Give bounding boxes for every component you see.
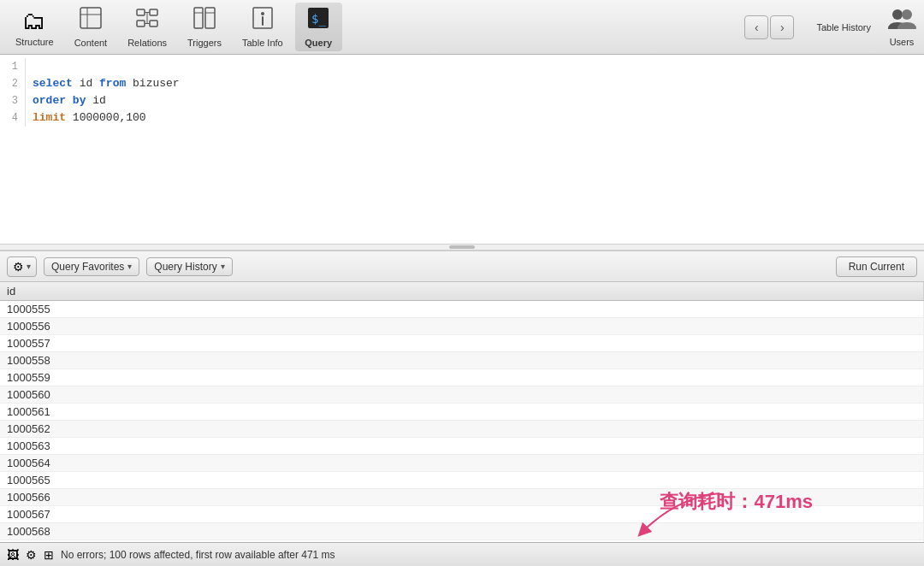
status-gear-icon[interactable]: ⚙ bbox=[26, 548, 37, 562]
toolbar: 🗂 Structure Content Relations bbox=[0, 0, 924, 55]
svg-rect-6 bbox=[150, 21, 157, 27]
sql-editor[interactable]: 1 2 select id from bizuser 3 order by bbox=[0, 55, 924, 251]
editor-content[interactable]: 1 2 select id from bizuser 3 order by bbox=[0, 55, 924, 244]
editor-line-4: 4 limit 1000000,100 bbox=[0, 109, 924, 127]
line-code-3: order by id bbox=[33, 92, 106, 109]
query-history-button[interactable]: Query History ▾ bbox=[146, 257, 232, 276]
users-button[interactable]: Users bbox=[886, 7, 917, 47]
cell-id: 1000561 bbox=[0, 404, 924, 421]
table-row[interactable]: 1000560 bbox=[0, 386, 924, 404]
relations-icon bbox=[135, 6, 159, 36]
editor-line-1: 1 bbox=[0, 58, 924, 75]
svg-rect-12 bbox=[205, 8, 215, 28]
history-arrow: ▾ bbox=[221, 262, 225, 271]
results-area: id 1000555100055610005571000558100055910… bbox=[0, 282, 924, 566]
editor-line-3: 3 order by id bbox=[0, 92, 924, 109]
cell-id: 1000559 bbox=[0, 369, 924, 386]
query-label: Query bbox=[305, 38, 332, 48]
toolbar-item-content[interactable]: Content bbox=[66, 3, 116, 51]
gear-arrow: ▾ bbox=[27, 262, 31, 271]
table-row[interactable]: 1000561 bbox=[0, 404, 924, 421]
nav-forward-button[interactable]: › bbox=[770, 15, 794, 39]
results-scroll[interactable]: id 1000555100055610005571000558100055910… bbox=[0, 282, 924, 566]
run-current-button[interactable]: Run Current bbox=[836, 256, 917, 277]
table-row[interactable]: 1000563 bbox=[0, 438, 924, 455]
svg-text:$_: $_ bbox=[311, 12, 326, 27]
line-number-2: 2 bbox=[0, 75, 26, 92]
table-history-button[interactable]: Table History bbox=[808, 19, 880, 36]
toolbar-item-triggers[interactable]: Triggers bbox=[179, 3, 230, 51]
status-table-icon[interactable]: ⊞ bbox=[44, 548, 54, 562]
results-table: id 1000555100055610005571000558100055910… bbox=[0, 282, 924, 557]
cell-id: 1000568 bbox=[0, 523, 924, 540]
toolbar-nav: ‹ › bbox=[744, 15, 794, 39]
cell-id: 1000563 bbox=[0, 438, 924, 455]
tableinfo-icon bbox=[251, 6, 275, 36]
nav-back-button[interactable]: ‹ bbox=[744, 15, 768, 39]
query-icon: $_ bbox=[306, 6, 330, 36]
cell-id: 1000566 bbox=[0, 489, 924, 506]
line-code-4: limit 1000000,100 bbox=[33, 109, 146, 127]
status-text: No errors; 100 rows affected, first row … bbox=[61, 549, 335, 561]
line-number-1: 1 bbox=[0, 58, 26, 75]
column-id-header[interactable]: id bbox=[0, 282, 924, 301]
svg-point-15 bbox=[261, 12, 264, 15]
run-current-label: Run Current bbox=[849, 261, 904, 273]
toolbar-item-structure[interactable]: 🗂 Structure bbox=[7, 3, 62, 50]
cell-id: 1000558 bbox=[0, 352, 924, 369]
table-row[interactable]: 1000555 bbox=[0, 301, 924, 318]
line-number-4: 4 bbox=[0, 109, 26, 127]
query-history-label: Query History bbox=[154, 261, 216, 273]
toolbar-item-relations[interactable]: Relations bbox=[119, 3, 175, 51]
cell-id: 1000567 bbox=[0, 506, 924, 523]
users-label: Users bbox=[890, 37, 915, 47]
table-row[interactable]: 1000566 bbox=[0, 489, 924, 506]
line-number-3: 3 bbox=[0, 92, 26, 109]
editor-line-2: 2 select id from bizuser bbox=[0, 75, 924, 92]
svg-rect-5 bbox=[137, 21, 145, 27]
toolbar-left: 🗂 Structure Content Relations bbox=[7, 3, 744, 51]
svg-point-19 bbox=[892, 9, 903, 20]
cell-id: 1000557 bbox=[0, 335, 924, 352]
svg-point-20 bbox=[902, 9, 912, 20]
cell-id: 1000564 bbox=[0, 455, 924, 472]
table-row[interactable]: 1000567 bbox=[0, 506, 924, 523]
cell-id: 1000560 bbox=[0, 386, 924, 404]
table-row[interactable]: 1000562 bbox=[0, 421, 924, 438]
line-code-2: select id from bizuser bbox=[33, 75, 180, 92]
content-icon bbox=[79, 6, 103, 36]
triggers-icon bbox=[192, 6, 216, 36]
svg-rect-0 bbox=[80, 8, 101, 28]
status-bar: 🖼 ⚙ ⊞ No errors; 100 rows affected, firs… bbox=[0, 542, 924, 566]
tableinfo-label: Table Info bbox=[242, 38, 283, 48]
toolbar-item-tableinfo[interactable]: Table Info bbox=[234, 3, 292, 51]
toolbar-item-query[interactable]: $_ Query bbox=[295, 3, 342, 51]
splitter-dot bbox=[449, 245, 475, 249]
gear-icon: ⚙ bbox=[13, 260, 24, 274]
table-row[interactable]: 1000565 bbox=[0, 472, 924, 489]
main-content: 1 2 select id from bizuser 3 order by bbox=[0, 55, 924, 566]
query-favorites-button[interactable]: Query Favorites ▾ bbox=[44, 257, 139, 276]
query-favorites-label: Query Favorites bbox=[51, 261, 124, 273]
status-image-icon[interactable]: 🖼 bbox=[7, 548, 19, 562]
cell-id: 1000562 bbox=[0, 421, 924, 438]
table-row[interactable]: 1000556 bbox=[0, 318, 924, 335]
svg-rect-3 bbox=[137, 9, 145, 15]
relations-label: Relations bbox=[127, 38, 167, 48]
structure-icon: 🗂 bbox=[22, 7, 46, 35]
svg-rect-4 bbox=[150, 9, 157, 15]
toolbar-right: ‹ › Table History Users bbox=[744, 7, 917, 47]
table-row[interactable]: 1000559 bbox=[0, 369, 924, 386]
table-history-label: Table History bbox=[816, 22, 871, 32]
table-row[interactable]: 1000557 bbox=[0, 335, 924, 352]
table-row[interactable]: 1000568 bbox=[0, 523, 924, 540]
svg-rect-10 bbox=[194, 8, 203, 28]
query-bar: ⚙ ▾ Query Favorites ▾ Query History ▾ Ru… bbox=[0, 251, 924, 282]
editor-splitter[interactable] bbox=[0, 244, 924, 251]
triggers-label: Triggers bbox=[187, 38, 222, 48]
table-row[interactable]: 1000564 bbox=[0, 455, 924, 472]
table-row[interactable]: 1000558 bbox=[0, 352, 924, 369]
settings-button[interactable]: ⚙ ▾ bbox=[7, 256, 37, 277]
cell-id: 1000555 bbox=[0, 301, 924, 318]
content-label: Content bbox=[74, 38, 108, 48]
